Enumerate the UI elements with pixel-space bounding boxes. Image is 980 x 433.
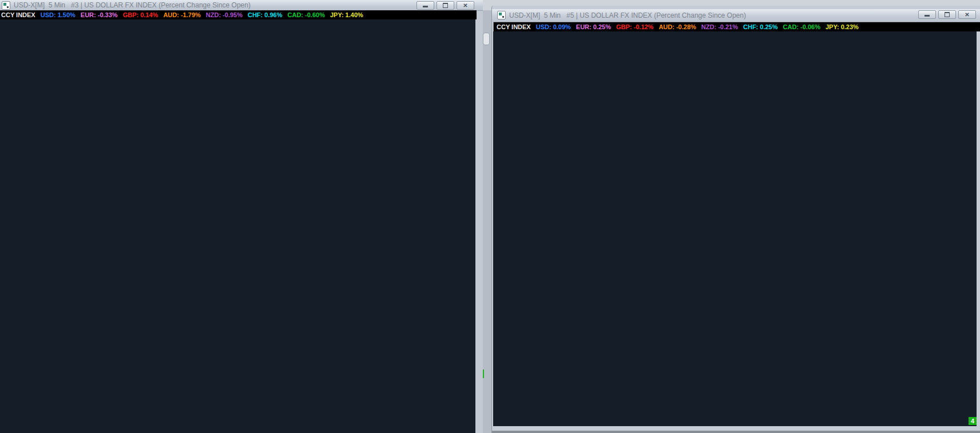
legend-item-usd: USD: 1.50%: [41, 11, 76, 18]
left-legend-bar: CCY INDEXUSD: 1.50%EUR: -0.33%GBP: 0.14%…: [0, 10, 477, 19]
maximize-icon: [945, 12, 950, 17]
background-window-scale-strip: [483, 10, 491, 433]
left-chart-canvas[interactable]: [0, 19, 475, 433]
minimize-button[interactable]: [416, 1, 434, 10]
legend-item-eur: EUR: 0.25%: [576, 23, 611, 30]
legend-title: CCY INDEX: [497, 23, 531, 30]
left-window-titlebar[interactable]: USD-X[M] 5 Min #3 | US DOLLAR FX INDEX (…: [0, 0, 483, 11]
legend-item-aud: AUD: -1.79%: [163, 11, 200, 18]
legend-item-eur: EUR: -0.33%: [81, 11, 118, 18]
close-button[interactable]: ✕: [958, 10, 976, 19]
right-window-title: USD-X[M] 5 Min #5 | US DOLLAR FX INDEX (…: [509, 11, 746, 19]
maximize-button[interactable]: [437, 1, 454, 10]
legend-item-nzd: NZD: -0.21%: [701, 23, 738, 30]
legend-item-aud: AUD: -0.28%: [658, 23, 696, 30]
right-time-axis[interactable]: [493, 416, 977, 426]
chart-window-icon: [497, 11, 506, 19]
legend-item-chf: CHF: 0.25%: [743, 23, 778, 30]
taskbar-sliver: [492, 431, 980, 433]
close-button[interactable]: ✕: [457, 1, 474, 10]
right-chart-area[interactable]: [493, 31, 977, 416]
right-legend-bar: CCY INDEXUSD: 0.09%EUR: 0.25%GBP: -0.12%…: [493, 22, 980, 31]
legend-item-usd: USD: 0.09%: [536, 23, 571, 30]
legend-item-cad: CAD: -0.06%: [783, 23, 820, 30]
legend-item-gbp: GBP: -0.12%: [616, 23, 653, 30]
maximize-icon: [443, 3, 448, 8]
right-chart-window: USD-X[M] 5 Min #5 | US DOLLAR FX INDEX (…: [491, 6, 980, 433]
legend-item-jpy: JPY: 1.40%: [330, 11, 363, 18]
close-icon: ✕: [965, 12, 969, 17]
desktop: USD-X[M] 5 Min #3 | US DOLLAR FX INDEX (…: [0, 0, 980, 433]
minimize-button[interactable]: [918, 10, 936, 19]
left-chart-window: USD-X[M] 5 Min #3 | US DOLLAR FX INDEX (…: [0, 0, 483, 433]
legend-title: CCY INDEX: [1, 11, 35, 18]
legend-item-nzd: NZD: -0.95%: [206, 11, 243, 18]
chart-window-icon: [2, 1, 10, 10]
left-window-title: USD-X[M] 5 Min #3 | US DOLLAR FX INDEX (…: [14, 1, 251, 9]
chart-update-interval-indicator[interactable]: 4: [969, 417, 977, 425]
legend-item-cad: CAD: -0.60%: [288, 11, 325, 18]
background-scrollbar-thumb[interactable]: [483, 33, 490, 45]
close-icon: ✕: [463, 3, 467, 8]
left-window-right-frame: [475, 0, 483, 433]
left-chart-area[interactable]: [0, 19, 475, 433]
maximize-button[interactable]: [938, 10, 956, 19]
legend-item-jpy: JPY: 0.23%: [826, 23, 859, 30]
right-window-titlebar[interactable]: USD-X[M] 5 Min #5 | US DOLLAR FX INDEX (…: [492, 9, 980, 21]
minimize-icon: [925, 15, 930, 17]
legend-item-gbp: GBP: 0.14%: [123, 11, 158, 18]
legend-item-chf: CHF: 0.96%: [248, 11, 283, 18]
minimize-icon: [423, 6, 428, 7]
